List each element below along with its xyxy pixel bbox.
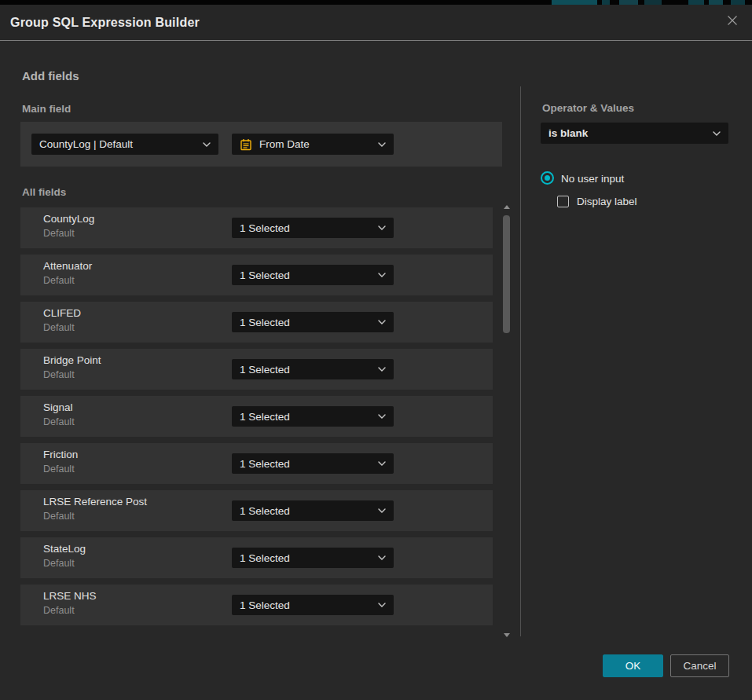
ok-button[interactable]: OK (603, 654, 663, 677)
field-selected-value: 1 Selected (240, 411, 372, 423)
main-field-label: Main field (22, 103, 71, 115)
main-field-panel: CountyLog | Default From Date (20, 122, 502, 167)
operator-dropdown[interactable]: is blank (541, 123, 728, 144)
field-selected-value: 1 Selected (240, 317, 372, 328)
field-row-attenuator: Attenuator Default 1 Selected (20, 255, 493, 295)
field-name: StateLog (43, 543, 86, 555)
field-selected-value: 1 Selected (240, 222, 372, 234)
close-icon (726, 14, 739, 30)
field-name: Bridge Point (43, 354, 101, 366)
field-selected-dropdown[interactable]: 1 Selected (232, 500, 394, 521)
field-selected-value: 1 Selected (240, 269, 372, 281)
field-selected-value: 1 Selected (240, 505, 372, 517)
all-fields-label: All fields (22, 186, 66, 198)
field-sublabel: Default (43, 511, 75, 522)
field-name: LRSE NHS (43, 590, 97, 602)
operator-values-label: Operator & Values (542, 102, 634, 114)
no-user-input-radio[interactable] (541, 171, 554, 185)
field-row-countylog: CountyLog Default 1 Selected (20, 207, 493, 248)
field-selected-value: 1 Selected (240, 458, 372, 470)
field-name: CLIFED (43, 307, 81, 319)
screen: Group SQL Expression Builder Add fields … (0, 0, 752, 700)
column-divider (520, 86, 521, 636)
chevron-down-icon (378, 414, 386, 419)
field-sublabel: Default (43, 275, 75, 286)
field-sublabel: Default (43, 322, 75, 333)
list-scrollbar[interactable] (502, 203, 512, 640)
main-field-date-dropdown[interactable]: From Date (232, 134, 394, 155)
field-name: Friction (43, 449, 78, 460)
field-sublabel: Default (43, 605, 75, 616)
chevron-down-icon (378, 273, 386, 277)
main-field-layer-dropdown-value: CountyLog | Default (39, 138, 196, 150)
field-row-statelog: StateLog Default 1 Selected (20, 537, 493, 578)
chevron-down-icon (378, 508, 386, 513)
field-row-bridge-point: Bridge Point Default 1 Selected (20, 349, 493, 390)
scroll-down-arrow-icon[interactable] (504, 633, 510, 637)
chevron-down-icon (378, 320, 386, 324)
field-selected-dropdown[interactable]: 1 Selected (232, 218, 394, 238)
field-row-lrse-reference-post: LRSE Reference Post Default 1 Selected (20, 490, 493, 531)
field-sublabel: Default (43, 369, 75, 380)
chevron-down-icon (378, 603, 386, 607)
field-selected-value: 1 Selected (240, 599, 372, 611)
operator-dropdown-value: is blank (548, 127, 706, 139)
main-field-layer-dropdown[interactable]: CountyLog | Default (31, 134, 218, 155)
field-row-clifed: CLIFED Default 1 Selected (20, 302, 493, 343)
close-button[interactable] (725, 15, 739, 29)
field-name: Attenuator (43, 260, 92, 272)
field-row-lrse-nhs: LRSE NHS Default 1 Selected (20, 585, 493, 625)
scrollbar-thumb[interactable] (503, 215, 510, 333)
chevron-down-icon (713, 131, 721, 136)
chevron-down-icon (203, 142, 211, 147)
chevron-down-icon (378, 142, 386, 147)
chevron-down-icon (378, 225, 386, 230)
field-name: CountyLog (43, 213, 94, 225)
display-label-label: Display label (577, 196, 637, 207)
cancel-button[interactable]: Cancel (670, 654, 729, 677)
field-selected-dropdown[interactable]: 1 Selected (232, 265, 394, 285)
field-selected-dropdown[interactable]: 1 Selected (232, 406, 394, 427)
field-selected-dropdown[interactable]: 1 Selected (232, 595, 394, 615)
field-selected-dropdown[interactable]: 1 Selected (232, 312, 394, 332)
chevron-down-icon (378, 367, 386, 372)
field-selected-dropdown[interactable]: 1 Selected (232, 359, 394, 379)
field-selected-value: 1 Selected (240, 364, 372, 376)
field-selected-value: 1 Selected (240, 552, 372, 564)
field-sublabel: Default (43, 416, 75, 427)
field-sublabel: Default (43, 228, 75, 239)
field-selected-dropdown[interactable]: 1 Selected (232, 548, 394, 568)
radio-selected-dot (545, 175, 550, 181)
sql-expression-builder-dialog: Group SQL Expression Builder Add fields … (0, 5, 752, 700)
field-sublabel: Default (43, 464, 75, 475)
field-row-signal: Signal Default 1 Selected (20, 396, 493, 437)
calendar-icon (240, 138, 252, 151)
field-name: Signal (43, 401, 73, 413)
field-name: LRSE Reference Post (43, 496, 147, 508)
no-user-input-label: No user input (561, 173, 624, 185)
dialog-titlebar: Group SQL Expression Builder (0, 5, 752, 41)
field-selected-dropdown[interactable]: 1 Selected (232, 453, 394, 474)
display-label-checkbox[interactable] (557, 196, 569, 207)
main-field-date-dropdown-value: From Date (259, 138, 372, 150)
field-row-friction: Friction Default 1 Selected (20, 443, 493, 484)
dialog-title: Group SQL Expression Builder (10, 5, 200, 40)
scroll-up-arrow-icon[interactable] (504, 205, 510, 209)
field-sublabel: Default (43, 558, 75, 569)
chevron-down-icon (378, 555, 386, 560)
chevron-down-icon (378, 461, 386, 466)
add-fields-heading: Add fields (22, 69, 79, 82)
